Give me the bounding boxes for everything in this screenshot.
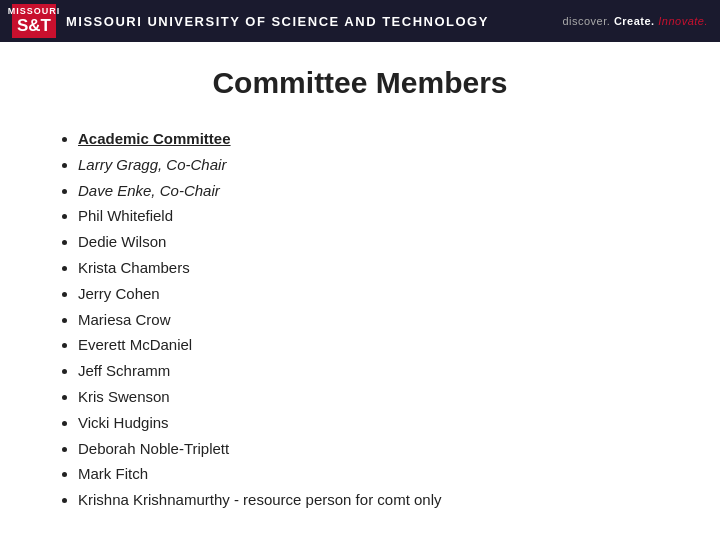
logo-box: MISSOURI S&T [12, 4, 56, 38]
list-item: Deborah Noble-Triplett [78, 436, 670, 462]
list-item: Dave Enke, Co-Chair [78, 178, 670, 204]
page-header: MISSOURI S&T Missouri University of Scie… [0, 0, 720, 42]
list-item: Dedie Wilson [78, 229, 670, 255]
list-item: Mariesa Crow [78, 307, 670, 333]
main-content: Committee Members Academic CommitteeLarr… [0, 42, 720, 533]
list-item: Krishna Krishnamurthy - resource person … [78, 487, 670, 513]
list-item: Academic Committee [78, 126, 670, 152]
tagline-discover: discover. [562, 15, 610, 27]
list-item: Everett McDaniel [78, 332, 670, 358]
tagline-create: Create. [614, 15, 655, 27]
list-item: Mark Fitch [78, 461, 670, 487]
tagline-innovate: Innovate. [658, 15, 708, 27]
list-item: Vicki Hudgins [78, 410, 670, 436]
list-item: Krista Chambers [78, 255, 670, 281]
list-item: Jeff Schramm [78, 358, 670, 384]
page-title: Committee Members [50, 66, 670, 100]
list-item: Kris Swenson [78, 384, 670, 410]
list-item: Jerry Cohen [78, 281, 670, 307]
logo-text: MISSOURI S&T [8, 7, 61, 36]
committee-list: Academic CommitteeLarry Gragg, Co-ChairD… [50, 126, 670, 513]
list-item: Phil Whitefield [78, 203, 670, 229]
header-tagline: discover. Create. Innovate. [562, 15, 708, 27]
university-name: Missouri University of Science and Techn… [66, 14, 562, 29]
list-item: Larry Gragg, Co-Chair [78, 152, 670, 178]
